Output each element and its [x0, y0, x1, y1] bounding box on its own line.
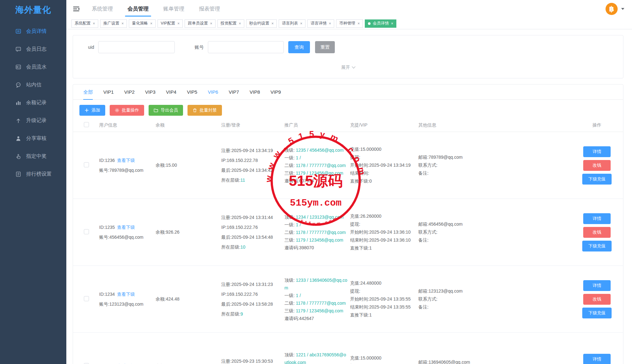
sidebar-item-upgrade-record[interactable]: 升级记录 — [0, 112, 66, 129]
sidebar-item-ranking-settings[interactable]: 排行榜设置 — [0, 165, 66, 183]
sidebar-item-member-detail[interactable]: 会员详情 — [0, 22, 66, 40]
balance-record-icon — [15, 100, 21, 106]
tag-follow-settings[interactable]: 跟单员设置× — [185, 19, 216, 28]
promoter-link[interactable]: 1235 / 456456@qq.com — [296, 148, 344, 153]
expand-toggle[interactable]: 展开 — [73, 65, 623, 70]
sidebar-item-site-message[interactable]: 站内信 — [0, 76, 66, 94]
tag-language-detail[interactable]: 语言详情× — [307, 19, 334, 28]
tag-quant-strategy[interactable]: 量化策略× — [129, 19, 156, 28]
detail-button[interactable]: 详情 — [583, 354, 611, 364]
sidebar-item-label: 余额记录 — [26, 99, 47, 106]
change-money-button[interactable]: 改钱 — [583, 294, 611, 305]
level-value: 10 — [240, 244, 246, 250]
sub-recharge-button[interactable]: 下级充值 — [582, 174, 612, 185]
tag-close-icon[interactable]: × — [239, 21, 241, 26]
table-row: ID:1233查看下级 余额:15.00 注册:2025-09-23 15:30… — [73, 333, 623, 364]
vip-tab-8[interactable]: VIP8 — [250, 89, 260, 99]
detail-button[interactable]: 详情 — [583, 146, 611, 157]
sub-recharge-button[interactable]: 下级充值 — [582, 308, 612, 318]
export-members-button[interactable]: 导出会员 — [149, 105, 183, 116]
register-cell: 注册:2025-09-23 15:30:53 IP:114.138.173.32 — [221, 356, 284, 364]
tag-close-icon[interactable]: × — [93, 21, 95, 26]
batch-operation-button[interactable]: 批量操作 — [110, 105, 144, 116]
nav-item-billing[interactable]: 账单管理 — [163, 0, 184, 18]
tag-close-icon[interactable]: × — [271, 21, 274, 26]
tag-vip-config[interactable]: VIP配置× — [158, 19, 183, 28]
sidebar-item-label: 会员日志 — [26, 46, 47, 53]
vip-tab-3[interactable]: VIP3 — [145, 89, 156, 99]
change-money-button[interactable]: 改钱 — [583, 160, 611, 171]
user-id: ID:1235 — [99, 225, 115, 230]
row-checkbox[interactable] — [84, 162, 89, 167]
tag-close-icon[interactable]: × — [391, 21, 393, 26]
batch-ban-button[interactable]: 批量封禁 — [187, 105, 222, 116]
detail-button[interactable]: 详情 — [583, 213, 611, 224]
vip-tab-2[interactable]: VIP2 — [124, 89, 135, 99]
uid-input[interactable] — [98, 41, 175, 53]
promoter-link[interactable]: 1234 / 123123@qq.com — [296, 215, 344, 220]
view-subordinates-link[interactable]: 查看下级 — [117, 292, 135, 297]
user-avatar-bitcoin[interactable]: ฿ — [606, 3, 618, 15]
nav-item-report[interactable]: 报表管理 — [199, 0, 220, 18]
tag-promo-settings[interactable]: 推广设置× — [100, 19, 127, 28]
tag-system-config[interactable]: 系统配置× — [71, 19, 98, 28]
vip-tabs: 全部 VIP1 VIP2 VIP3 VIP4 VIP5 VIP6 VIP7 VI… — [73, 84, 623, 100]
select-all-checkbox[interactable] — [84, 122, 89, 127]
vip-tab-5[interactable]: VIP5 — [187, 89, 197, 99]
vip-tab-9[interactable]: VIP9 — [270, 89, 281, 99]
sidebar-item-balance-record[interactable]: 余额记录 — [0, 94, 66, 112]
sidebar-menu: 会员详情 会员日志 会员流水 站内信 余额记录 升级记录 — [0, 20, 66, 183]
tag-close-icon[interactable]: × — [150, 21, 152, 26]
sidebar-item-share-audit[interactable]: 分享审核 — [0, 129, 66, 147]
tag-invest-config[interactable]: 投资配置× — [217, 19, 244, 28]
query-button[interactable]: 查询 — [288, 41, 310, 53]
view-subordinates-link[interactable]: 查看下级 — [117, 158, 135, 163]
reset-button[interactable]: 重置 — [315, 41, 335, 53]
table-row: ID:1236查看下级 账号:789789@qq.com 余额:15.00 注册… — [73, 132, 623, 199]
promoter-link[interactable]: 1 / — [296, 222, 301, 227]
tag-close-icon[interactable]: × — [357, 21, 360, 26]
member-log-icon — [15, 46, 21, 52]
view-subordinates-link[interactable]: 查看下级 — [117, 225, 135, 230]
tag-second-contract[interactable]: 秒合约设置× — [246, 19, 277, 28]
promoter-link[interactable]: 1 / — [296, 293, 301, 298]
header-balance: 余额 — [156, 122, 221, 128]
vip-tab-6[interactable]: VIP6 — [208, 89, 218, 99]
tag-close-icon[interactable]: × — [329, 21, 331, 26]
vip-tab-4[interactable]: VIP4 — [166, 89, 177, 99]
promoter-link[interactable]: 1 / — [296, 155, 301, 160]
row-checkbox[interactable] — [84, 296, 89, 301]
promoter-cell: 顶级: 1221 / abc317690556@outlook.com 一级: … — [284, 351, 350, 364]
promoter-link[interactable]: 1178 / 7777777@qq.com — [296, 230, 346, 235]
account-input[interactable] — [208, 41, 284, 53]
tag-member-detail-active[interactable]: 会员详情× — [365, 19, 396, 28]
tag-close-icon[interactable]: × — [210, 21, 212, 26]
tag-close-icon[interactable]: × — [177, 21, 180, 26]
promoter-link[interactable]: 1179 / 123456@qq.com — [296, 171, 343, 176]
promoter-link[interactable]: 1178 / 7777777@qq.com — [296, 163, 346, 168]
promoter-cell: 顶级: 1235 / 456456@qq.com 一级: 1 / 二级: 117… — [284, 146, 350, 185]
row-checkbox[interactable] — [84, 229, 89, 234]
promoter-link[interactable]: 1179 / 123456@qq.com — [296, 237, 343, 243]
sidebar-item-member-log[interactable]: 会员日志 — [0, 40, 66, 58]
tag-close-icon[interactable]: × — [121, 21, 124, 26]
sidebar-item-member-flow[interactable]: 会员流水 — [0, 58, 66, 76]
sidebar-item-assigned-win[interactable]: 指定中奖 — [0, 147, 66, 165]
charge-cell: 充值:26.260000 提现: 开始时间:2025-09-24 13:36:1… — [350, 212, 418, 252]
sub-recharge-button[interactable]: 下级充值 — [582, 241, 612, 251]
nav-item-member[interactable]: 会员管理 — [128, 0, 149, 18]
change-money-button[interactable]: 改钱 — [583, 227, 611, 238]
user-menu-caret-icon[interactable] — [621, 8, 624, 10]
detail-button[interactable]: 详情 — [583, 280, 611, 291]
add-button[interactable]: 添加 — [79, 105, 105, 116]
promoter-link[interactable]: 1179 / 123456@qq.com — [296, 308, 343, 313]
vip-tab-1[interactable]: VIP1 — [103, 89, 114, 99]
tag-language-list[interactable]: 语言列表× — [279, 19, 305, 28]
vip-tab-all[interactable]: 全部 — [83, 89, 93, 99]
sidebar-collapse-icon[interactable] — [73, 5, 80, 12]
vip-tab-7[interactable]: VIP7 — [229, 89, 239, 99]
tag-currency-manage[interactable]: 币种管理× — [336, 19, 363, 28]
promoter-link[interactable]: 1178 / 7777777@qq.com — [296, 301, 346, 306]
tag-close-icon[interactable]: × — [300, 21, 302, 26]
nav-item-system[interactable]: 系统管理 — [92, 0, 113, 18]
